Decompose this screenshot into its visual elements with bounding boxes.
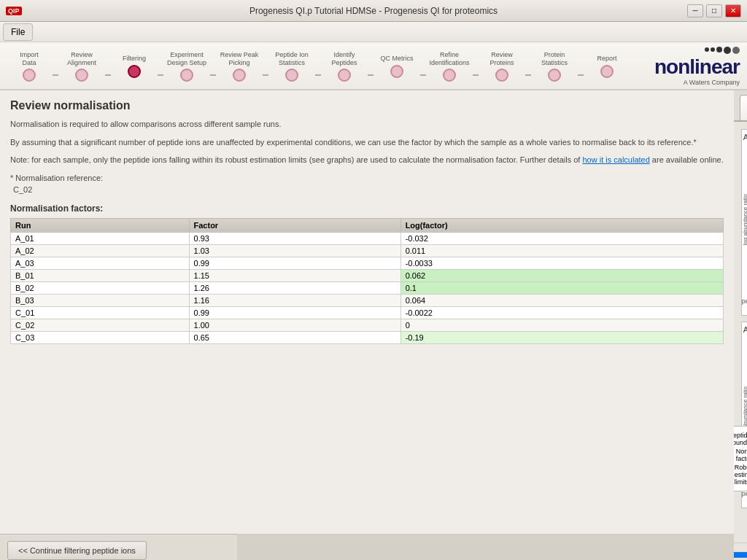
bottom-bar: << Continue filtering peptide ions (0, 534, 237, 560)
table-cell-factor: 0.99 (189, 306, 400, 319)
workflow-circle-peptide (285, 69, 298, 82)
workflow-step-identify[interactable]: IdentifyPeptides (322, 51, 366, 82)
desc2: By assuming that a significant number of… (10, 136, 724, 149)
table-cell-log: -0.0022 (400, 306, 723, 319)
workflow-label-qc: QC Metrics (381, 55, 414, 63)
table-cell-log: 0.011 (400, 244, 723, 257)
brand-subtitle: A Waters Company (654, 79, 740, 86)
graphs-grid: A_01 log abundance ratio 3 2 (737, 125, 746, 513)
table-cell-run: C_01 (11, 306, 190, 319)
workflow-circle-protstats (548, 69, 561, 82)
table-cell-factor: 1.15 (189, 269, 400, 281)
workflow-step-peptide[interactable]: Peptide IonStatistics (270, 51, 314, 82)
table-row: C_030.65-0.19 (11, 331, 724, 343)
workflow-circle-refine (443, 69, 456, 82)
workflow-circle-qc (390, 65, 403, 78)
legend-label-solid: Normalisation factor (736, 448, 747, 462)
maximize-button[interactable]: □ (706, 4, 722, 18)
table-cell-factor: 1.00 (189, 319, 400, 331)
table-cell-factor: 0.93 (189, 232, 400, 244)
workflow-step-report[interactable]: Report (585, 55, 629, 78)
table-cell-run: C_02 (11, 319, 190, 331)
how-calculated-link[interactable]: how it is calculated (582, 155, 649, 164)
table-cell-log: 0.1 (400, 281, 723, 294)
left-panel: Review normalisation Normalisation is re… (0, 90, 734, 560)
graph-a01-xlabel: peptide ion (742, 296, 747, 315)
window-title: Progenesis QI.p Tutorial HDMSe - Progene… (249, 6, 498, 16)
table-row: C_010.99-0.0022 (11, 306, 724, 319)
workflow-step-filtering[interactable]: Filtering (112, 55, 156, 78)
table-row: A_010.93-0.032 (11, 232, 724, 244)
factors-title: Normalisation factors: (10, 203, 724, 214)
table-cell-log: -0.19 (400, 331, 723, 343)
desc3: Note: for each sample, only the peptide … (10, 154, 724, 166)
table-cell-factor: 0.99 (189, 257, 400, 269)
legend-label-dashed: Robust estimation limits (735, 464, 747, 486)
workflow-circle-peak (233, 69, 246, 82)
workflow-circle-identify (338, 69, 351, 82)
workflow-label-protstats: ProteinStatistics (541, 51, 568, 67)
workflow-circle-filtering (128, 65, 141, 78)
workflow-step-peak[interactable]: Review PeakPicking (217, 51, 261, 82)
table-cell-run: A_03 (11, 257, 190, 269)
main-content: Review normalisation Normalisation is re… (0, 90, 747, 560)
table-cell-run: C_03 (11, 331, 190, 343)
table-cell-factor: 1.26 (189, 281, 400, 294)
workflow-bar: ImportData ReviewAlignment Filtering Exp… (0, 42, 747, 90)
minimize-button[interactable]: ─ (687, 4, 703, 18)
workflow-step-import[interactable]: ImportData (7, 51, 51, 82)
table-cell-run: A_01 (11, 232, 190, 244)
workflow-label-proteins: ReviewProteins (489, 51, 514, 67)
workflow-step-qc[interactable]: QC Metrics (375, 55, 419, 78)
brand-logo: nonlinear A Waters Company (654, 47, 740, 86)
continue-button[interactable]: << Continue filtering peptide ions (7, 541, 147, 560)
workflow-circle-report (600, 65, 614, 78)
table-cell-log: 0.062 (400, 269, 723, 281)
table-row: C_021.000 (11, 319, 724, 331)
workflow-circle-import (23, 69, 36, 82)
workflow-label-alignment: ReviewAlignment (67, 51, 96, 67)
panel-title: Review normalisation (10, 99, 724, 112)
graph-size-slider[interactable] (734, 549, 747, 561)
graph-size-bar: Graph size: (734, 542, 747, 560)
workflow-steps: ImportData ReviewAlignment Filtering Exp… (7, 51, 647, 82)
table-cell-factor: 0.65 (189, 331, 400, 343)
graph-a01-title: A_01 (742, 130, 747, 143)
tab-normalisation-graphs[interactable]: Normalisation Graphs (740, 95, 747, 120)
table-row: A_030.99-0.0033 (11, 257, 724, 269)
workflow-step-protstats[interactable]: ProteinStatistics (533, 51, 576, 82)
desc1: Normalisation is required to allow compa… (10, 118, 724, 131)
brand-name: nonlinear (654, 55, 740, 79)
table-cell-run: B_03 (11, 294, 190, 306)
legend-box: Peptide ion log abundance ratios Normali… (734, 426, 747, 491)
close-button[interactable]: ✕ (725, 4, 741, 18)
menu-bar: File (0, 22, 747, 42)
workflow-step-design[interactable]: ExperimentDesign Setup (165, 51, 209, 82)
workflow-label-identify: IdentifyPeptides (331, 51, 357, 67)
workflow-label-filtering: Filtering (123, 55, 146, 63)
workflow-step-refine[interactable]: RefineIdentifications (427, 51, 471, 82)
table-cell-factor: 1.03 (189, 244, 400, 257)
table-cell-run: B_02 (11, 281, 190, 294)
table-row: B_031.160.064 (11, 294, 724, 306)
workflow-label-refine: RefineIdentifications (429, 51, 469, 67)
table-cell-log: -0.0033 (400, 257, 723, 269)
workflow-label-peptide: Peptide IonStatistics (275, 51, 309, 67)
workflow-circle-design (180, 69, 193, 82)
table-cell-factor: 1.16 (189, 294, 400, 306)
workflow-step-alignment[interactable]: ReviewAlignment (60, 51, 104, 82)
col-factor: Factor (189, 218, 400, 232)
table-cell-log: -0.032 (400, 232, 723, 244)
col-log: Log(factor) (400, 218, 723, 232)
table-row: A_021.030.011 (11, 244, 724, 257)
file-menu[interactable]: File (3, 23, 33, 41)
workflow-circle-proteins (495, 69, 508, 82)
graph-a01-ylabel: log abundance ratio (742, 194, 747, 245)
workflow-label-peak: Review PeakPicking (220, 51, 259, 67)
table-row: B_011.150.062 (11, 269, 724, 281)
app-logo: QIP (6, 7, 22, 15)
workflow-step-proteins[interactable]: ReviewProteins (480, 51, 524, 82)
workflow-label-report: Report (597, 55, 616, 63)
graphs-area: A_01 log abundance ratio 3 2 (734, 122, 747, 542)
workflow-label-design: ExperimentDesign Setup (167, 51, 206, 67)
